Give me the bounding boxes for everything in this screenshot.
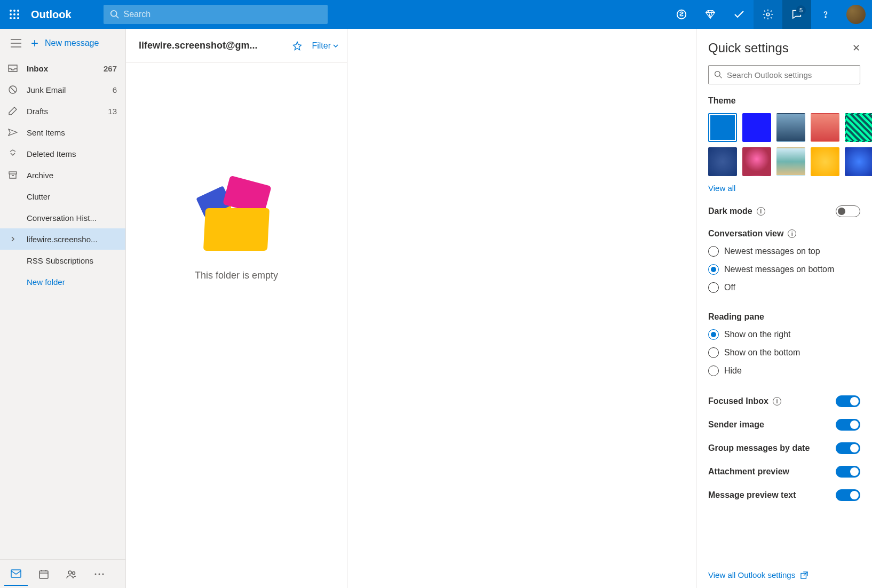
theme-tile[interactable] (708, 147, 737, 176)
folder-title: lifewire.screenshot@gm... (139, 40, 288, 51)
settings-toggles: Focused Inboxi Sender image Group messag… (708, 395, 860, 513)
module-switcher (0, 559, 125, 588)
theme-tile[interactable] (708, 113, 737, 142)
info-icon[interactable]: i (773, 397, 781, 406)
folder-item[interactable]: Drafts 13 (0, 100, 125, 122)
mail-module-icon[interactable] (4, 562, 28, 586)
todo-icon[interactable] (725, 0, 754, 29)
svg-point-2 (17, 10, 19, 12)
folder-item[interactable]: Clutter (0, 186, 125, 207)
folder-item[interactable]: Deleted Items (0, 143, 125, 164)
svg-point-0 (10, 10, 12, 12)
folder-item[interactable]: New folder (0, 271, 125, 292)
new-message-button[interactable]: + New message (31, 37, 99, 50)
theme-label: Theme (708, 96, 860, 106)
toggle-switch[interactable] (836, 442, 860, 454)
app-launcher-icon[interactable] (0, 0, 29, 29)
help-icon[interactable] (811, 0, 840, 29)
svg-point-11 (677, 10, 686, 19)
dark-mode-row: Dark mode i (708, 205, 860, 217)
toggle-switch[interactable] (836, 419, 860, 431)
search-input[interactable] (124, 10, 321, 19)
theme-tile[interactable] (776, 147, 805, 176)
archive-icon (6, 171, 19, 179)
theme-tile[interactable] (742, 113, 771, 142)
theme-tile[interactable] (811, 147, 839, 176)
app-header: Outlook 5 (0, 0, 872, 29)
search-box[interactable] (104, 5, 328, 24)
close-icon[interactable]: ✕ (852, 42, 860, 54)
folder-name: Archive (27, 171, 117, 180)
settings-search[interactable] (708, 65, 860, 84)
toggle-switch[interactable] (836, 395, 860, 407)
toggle-switch[interactable] (836, 489, 860, 501)
view-all-themes-link[interactable]: View all (708, 184, 860, 193)
user-avatar[interactable] (846, 5, 866, 24)
search-icon (110, 10, 120, 19)
folder-item[interactable]: Junk Email 6 (0, 79, 125, 100)
svg-rect-19 (9, 172, 17, 174)
folder-name: Conversation Hist... (27, 213, 117, 223)
svg-point-3 (10, 13, 12, 15)
message-list-pane: lifewire.screenshot@gm... Filter This fo… (126, 29, 347, 588)
svg-point-13 (825, 17, 826, 18)
folder-item[interactable]: RSS Subscriptions (0, 250, 125, 271)
owa-chat-icon[interactable]: 5 (782, 0, 811, 29)
new-message-row: + New message (0, 29, 125, 58)
drafts-icon (6, 107, 19, 115)
radio-option[interactable]: Newest messages on top (708, 246, 860, 257)
new-message-label: New message (45, 38, 99, 48)
reading-pane-radios: Show on the right Show on the bottom Hid… (708, 329, 860, 384)
svg-rect-21 (39, 571, 48, 578)
folder-pane: + New message Inbox 267 Junk Email 6 Dra… (0, 29, 126, 588)
svg-point-25 (68, 571, 72, 574)
svg-point-6 (10, 17, 12, 19)
toggle-label: Focused Inbox (708, 396, 768, 406)
more-module-icon[interactable] (88, 562, 111, 586)
theme-grid (708, 113, 860, 176)
folder-item[interactable]: Sent Items (0, 122, 125, 143)
info-icon[interactable]: i (788, 229, 796, 238)
folder-item[interactable]: Inbox 267 (0, 58, 125, 79)
sent-icon (6, 129, 19, 136)
filter-button[interactable]: Filter (312, 41, 338, 51)
premium-icon[interactable] (696, 0, 725, 29)
svg-point-1 (13, 10, 15, 12)
radio-option[interactable]: Show on the right (708, 329, 860, 340)
radio-label: Show on the bottom (724, 348, 800, 357)
toggle-row: Group messages by date (708, 442, 860, 454)
radio-option[interactable]: Off (708, 282, 860, 293)
junk-icon (6, 85, 19, 94)
notification-badge: 5 (796, 5, 806, 15)
folder-item[interactable]: Conversation Hist... (0, 207, 125, 228)
radio-option[interactable]: Newest messages on bottom (708, 264, 860, 275)
settings-search-input[interactable] (727, 70, 854, 80)
calendar-module-icon[interactable] (32, 562, 56, 586)
view-all-settings-link[interactable]: View all Outlook settings (708, 570, 795, 579)
theme-tile[interactable] (845, 113, 872, 142)
favorite-star-icon[interactable] (292, 41, 302, 51)
radio-option[interactable]: Hide (708, 365, 860, 376)
people-module-icon[interactable] (60, 562, 83, 586)
chevron-icon (6, 236, 19, 242)
settings-icon[interactable] (754, 0, 782, 29)
skype-icon[interactable] (667, 0, 696, 29)
folder-item[interactable]: Archive (0, 164, 125, 186)
radio-label: Off (724, 283, 735, 292)
hamburger-icon[interactable] (6, 39, 26, 47)
svg-point-12 (766, 13, 770, 16)
svg-line-31 (719, 76, 722, 78)
radio-option[interactable]: Show on the bottom (708, 347, 860, 358)
theme-tile[interactable] (742, 147, 771, 176)
theme-tile[interactable] (811, 113, 839, 142)
info-icon[interactable]: i (757, 207, 765, 216)
svg-point-29 (102, 573, 104, 575)
dark-mode-toggle[interactable] (836, 205, 860, 217)
toggle-label: Group messages by date (708, 443, 810, 453)
toggle-row: Sender image (708, 419, 860, 431)
theme-tile[interactable] (776, 113, 805, 142)
folder-item[interactable]: lifewire.screensho... (0, 228, 125, 250)
folder-name: Clutter (27, 192, 117, 201)
toggle-switch[interactable] (836, 466, 860, 478)
theme-tile[interactable] (845, 147, 872, 176)
